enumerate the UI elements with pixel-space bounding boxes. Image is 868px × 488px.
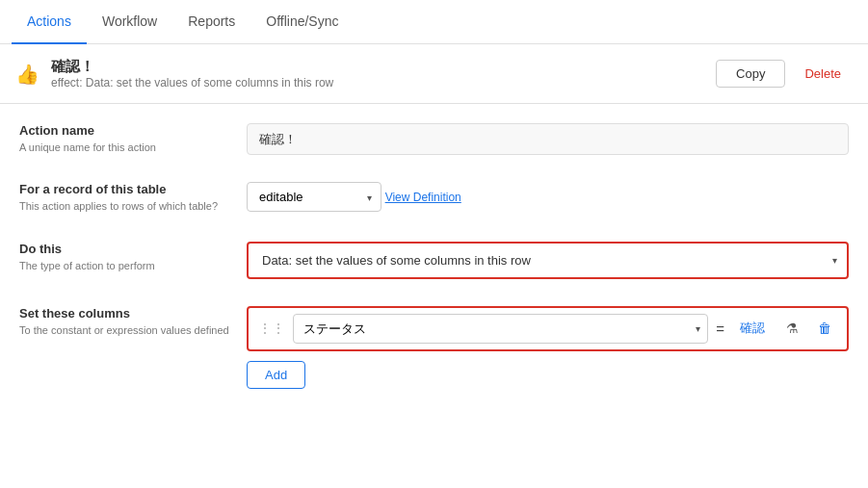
set-columns-section: Set these columns To the constant or exp… <box>19 306 849 389</box>
table-row: For a record of this table This action a… <box>19 182 849 214</box>
content-area: Action name A unique name for this actio… <box>0 104 868 408</box>
action-header-info: 確認！ effect: Data: set the values of some… <box>51 58 333 90</box>
action-header: 👍 確認！ effect: Data: set the values of so… <box>0 44 868 104</box>
do-this-select[interactable]: Data: set the values of some columns in … <box>247 242 849 279</box>
action-name-desc: A unique name for this action <box>19 141 231 155</box>
table-select-wrapper: editable ▾ <box>247 182 381 212</box>
copy-button[interactable]: Copy <box>716 60 785 88</box>
delete-column-button[interactable]: 🗑 <box>812 319 837 338</box>
do-this-desc: The type of action to perform <box>19 259 231 273</box>
nav-item-offline-sync[interactable]: Offline/Sync <box>250 0 354 44</box>
nav-item-reports[interactable]: Reports <box>172 0 250 44</box>
do-this-label: Do this <box>19 242 231 256</box>
column-value-row: ⋮⋮ ステータス ▾ = 確認 ⚗ 🗑 <box>247 306 849 351</box>
table-label: For a record of this table <box>19 182 231 196</box>
table-desc: This action applies to rows of which tab… <box>19 199 231 214</box>
action-header-buttons: Copy Delete <box>716 60 853 88</box>
action-name-label: Action name <box>19 123 231 138</box>
nav-bar: Actions Workflow Reports Offline/Sync <box>0 0 868 44</box>
do-this-label-col: Do this The type of action to perform <box>19 242 231 273</box>
action-header-left: 👍 確認！ effect: Data: set the values of so… <box>15 58 333 90</box>
do-this-select-wrapper: Data: set the values of some columns in … <box>247 242 849 279</box>
action-name-label-col: Action name A unique name for this actio… <box>19 123 231 155</box>
table-label-col: For a record of this table This action a… <box>19 182 231 214</box>
delete-button[interactable]: Delete <box>793 60 853 88</box>
equals-sign: = <box>716 321 724 337</box>
nav-item-workflow[interactable]: Workflow <box>87 0 172 44</box>
nav-item-actions[interactable]: Actions <box>12 0 87 44</box>
set-columns-desc: To the constant or expression values def… <box>19 323 231 338</box>
view-definition-link[interactable]: View Definition <box>385 191 461 204</box>
action-header-subtitle: effect: Data: set the values of some col… <box>51 76 333 90</box>
set-value-display[interactable]: 確認 <box>732 320 773 337</box>
do-this-row: Do this The type of action to perform Da… <box>19 242 849 279</box>
table-control: editable ▾ View Definition <box>247 182 849 212</box>
action-name-control <box>247 123 849 155</box>
column-select[interactable]: ステータス <box>293 314 708 344</box>
table-select[interactable]: editable <box>247 182 381 212</box>
drag-handle-icon[interactable]: ⋮⋮ <box>258 321 285 336</box>
action-name-input[interactable] <box>247 123 849 155</box>
flask-button[interactable]: ⚗ <box>780 319 804 338</box>
set-columns-label-col: Set these columns To the constant or exp… <box>19 306 231 338</box>
column-select-wrapper: ステータス ▾ <box>293 314 708 344</box>
add-column-button[interactable]: Add <box>247 361 305 389</box>
do-this-control: Data: set the values of some columns in … <box>247 242 849 279</box>
thumbs-up-icon: 👍 <box>15 63 39 86</box>
set-columns-controls: ⋮⋮ ステータス ▾ = 確認 ⚗ 🗑 Add <box>247 306 849 389</box>
action-name-row: Action name A unique name for this actio… <box>19 123 849 155</box>
set-columns-label: Set these columns <box>19 306 231 321</box>
action-header-title: 確認！ <box>51 58 333 76</box>
